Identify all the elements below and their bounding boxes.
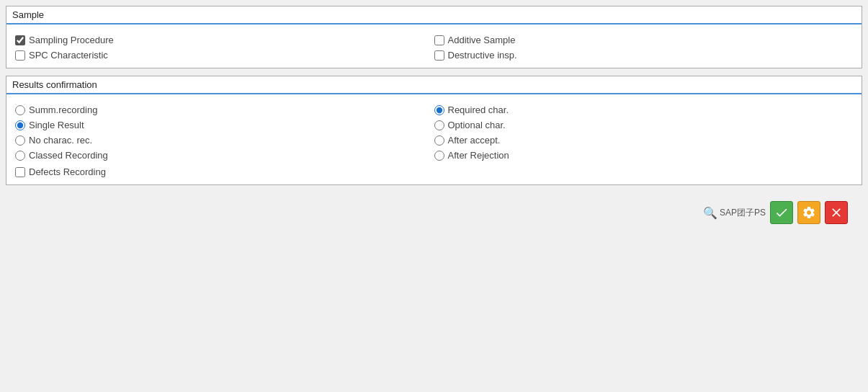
settings-icon — [802, 205, 816, 220]
results-left-col: Summ.recording Single Result No charac. … — [15, 104, 434, 177]
after-accept-radio[interactable] — [434, 135, 444, 146]
destructive-insp-label: Destructive insp. — [448, 50, 517, 61]
after-rejection-radio[interactable] — [434, 151, 444, 161]
sap-label-text: SAP团子PS — [720, 207, 766, 219]
destructive-insp-item[interactable]: Destructive insp. — [434, 50, 854, 61]
main-container: Sample Sampling Procedure SPC Characteri… — [0, 0, 868, 392]
required-char-item[interactable]: Required char. — [434, 104, 854, 115]
sample-left-col: Sampling Procedure SPC Characteristic — [15, 35, 434, 61]
after-accept-label: After accept. — [448, 135, 501, 146]
after-rejection-label: After Rejection — [448, 150, 509, 161]
summ-recording-radio[interactable] — [15, 105, 25, 115]
classed-recording-radio[interactable] — [15, 151, 25, 161]
spc-characteristic-item[interactable]: SPC Characteristic — [15, 50, 434, 61]
sampling-procedure-label: Sampling Procedure — [29, 35, 114, 45]
no-charac-rec-label: No charac. rec. — [29, 135, 92, 146]
optional-char-label: Optional char. — [448, 120, 506, 130]
confirm-icon — [774, 205, 789, 220]
defects-recording-checkbox[interactable] — [15, 167, 25, 177]
additive-sample-checkbox[interactable] — [434, 35, 444, 45]
single-result-radio[interactable] — [15, 120, 25, 130]
sample-section-content: Sampling Procedure SPC Characteristic Ad… — [6, 30, 862, 68]
settings-button[interactable] — [797, 201, 820, 224]
results-right-col: Required char. Optional char. After acce… — [434, 104, 854, 177]
no-charac-rec-item[interactable]: No charac. rec. — [15, 135, 434, 146]
destructive-insp-checkbox[interactable] — [434, 50, 444, 61]
spc-characteristic-label: SPC Characteristic — [29, 50, 108, 61]
summ-recording-label: Summ.recording — [29, 104, 97, 115]
cancel-button[interactable] — [825, 201, 848, 224]
optional-char-item[interactable]: Optional char. — [434, 120, 854, 130]
after-accept-item[interactable]: After accept. — [434, 135, 854, 146]
no-charac-rec-radio[interactable] — [15, 135, 25, 146]
sample-section-title: Sample — [6, 6, 862, 24]
sampling-procedure-checkbox[interactable] — [15, 35, 25, 45]
classed-recording-item[interactable]: Classed Recording — [15, 150, 434, 161]
spc-characteristic-checkbox[interactable] — [15, 50, 25, 61]
after-rejection-item[interactable]: After Rejection — [434, 150, 854, 161]
defects-recording-label: Defects Recording — [29, 166, 106, 177]
required-char-radio[interactable] — [434, 105, 444, 115]
results-section-title: Results confirmation — [6, 76, 862, 94]
sample-checkboxes-row: Sampling Procedure SPC Characteristic Ad… — [15, 35, 853, 61]
single-result-item[interactable]: Single Result — [15, 120, 434, 130]
sap-logo: 🔍 SAP团子PS — [703, 206, 766, 220]
additive-sample-label: Additive Sample — [448, 35, 516, 45]
classed-recording-label: Classed Recording — [29, 150, 108, 161]
required-char-label: Required char. — [448, 104, 509, 115]
additive-sample-item[interactable]: Additive Sample — [434, 35, 854, 45]
sample-section: Sample Sampling Procedure SPC Characteri… — [6, 6, 862, 68]
optional-char-radio[interactable] — [434, 120, 444, 130]
sampling-procedure-item[interactable]: Sampling Procedure — [15, 35, 434, 45]
defects-recording-item[interactable]: Defects Recording — [15, 166, 434, 177]
results-section-content: Summ.recording Single Result No charac. … — [6, 100, 862, 184]
confirm-button[interactable] — [770, 201, 793, 224]
sample-right-col: Additive Sample Destructive insp. — [434, 35, 854, 61]
summ-recording-item[interactable]: Summ.recording — [15, 104, 434, 115]
cancel-icon — [829, 205, 844, 220]
results-section: Results confirmation Summ.recording Sing… — [6, 76, 862, 185]
single-result-label: Single Result — [29, 120, 84, 130]
bottom-bar: 🔍 SAP团子PS — [6, 192, 862, 233]
results-radios-row: Summ.recording Single Result No charac. … — [15, 104, 853, 177]
